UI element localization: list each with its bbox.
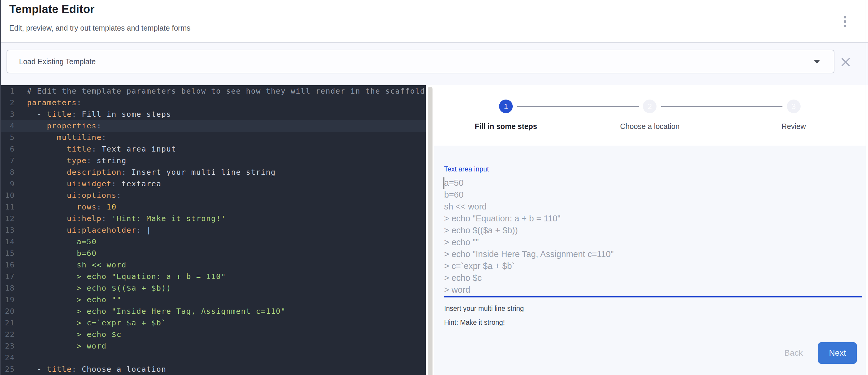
code-line[interactable]: 24 (1, 352, 426, 364)
page-title: Template Editor (9, 3, 94, 16)
code-line[interactable]: 14 a=50 (1, 236, 426, 248)
step-circle-2: 2 (643, 99, 656, 113)
code-line[interactable]: 10 ui:options: (1, 190, 426, 201)
line-number: 20 (1, 306, 18, 317)
code-line-text: type: string (18, 155, 127, 166)
step-connector (661, 106, 782, 107)
step-choose-a-location[interactable]: 2 Choose a location (578, 96, 721, 131)
line-number: 8 (1, 166, 18, 178)
code-line-text: > echo $(($a + $b)) (18, 282, 172, 294)
close-icon[interactable] (841, 57, 851, 67)
step-label-3: Review (781, 122, 806, 131)
stepper: 1 Fill in some steps 2 Choose a location… (434, 96, 866, 131)
code-line[interactable]: 4 properties: (1, 120, 426, 132)
code-line[interactable]: 23 > word (1, 340, 426, 352)
code-line[interactable]: 19 > echo "" (1, 294, 426, 306)
line-number: 11 (1, 201, 18, 213)
code-line[interactable]: 11 rows: 10 (1, 201, 426, 213)
code-line[interactable]: 18 > echo $(($a + $b)) (1, 282, 426, 294)
code-line-text: > echo "Equation: a + b = 110" (18, 271, 226, 282)
code-line[interactable]: 22 > echo $c (1, 329, 426, 340)
field-label: Text area input (444, 165, 862, 173)
code-line[interactable]: 20 > echo "Inside Here Tag, Assignment c… (1, 306, 426, 317)
template-editor-page: Template Editor Edit, preview, and try o… (0, 0, 868, 375)
code-line[interactable]: 21 > c=`expr $a + $b` (1, 317, 426, 329)
code-line-text: > echo "Inside Here Tag, Assignment c=11… (18, 306, 286, 317)
code-line-text: a=50 (18, 236, 97, 248)
code-line-text: title: Text area input (18, 143, 177, 155)
code-line-text: ui:options: (18, 190, 122, 201)
code-line-text: properties: (18, 120, 102, 132)
code-line-text: b=60 (18, 248, 97, 259)
code-line-text: > c=`expr $a + $b` (18, 317, 166, 329)
code-line[interactable]: 16 sh << word (1, 259, 426, 271)
load-template-select-value: Load Existing Template (19, 57, 814, 66)
step-circle-3: 3 (787, 99, 801, 113)
step-review[interactable]: 3 Review (722, 96, 866, 131)
back-button[interactable]: Back (776, 343, 811, 363)
header: Template Editor Edit, preview, and try o… (1, 0, 868, 43)
code-line[interactable]: 9 ui:widget: textarea (1, 178, 426, 190)
step-connector (517, 106, 639, 107)
field-description: Insert your multi line string (444, 305, 862, 313)
code-line-text: - title: Fill in some steps (18, 108, 172, 120)
line-number: 12 (1, 213, 18, 224)
code-line-text: > word (18, 340, 106, 352)
line-number: 6 (1, 143, 18, 155)
line-number: 24 (1, 352, 18, 364)
line-number: 22 (1, 329, 18, 340)
field-help-text: Hint: Make it strong! (444, 318, 862, 326)
step-circle-1: 1 (499, 99, 513, 113)
code-line-text: ui:placeholder: | (18, 224, 152, 236)
code-line[interactable]: 17 > echo "Equation: a + b = 110" (1, 271, 426, 282)
line-number: 9 (1, 178, 18, 190)
code-line-text: > echo $c (18, 329, 122, 340)
line-number: 2 (1, 97, 18, 108)
caret-down-icon (814, 60, 820, 64)
line-number: 3 (1, 108, 18, 120)
code-line[interactable]: 12 ui:help: 'Hint: Make it strong!' (1, 213, 426, 224)
code-line[interactable]: 25 - title: Choose a location (1, 364, 426, 375)
kebab-menu-icon[interactable] (839, 14, 851, 29)
step-label-2: Choose a location (620, 122, 679, 131)
code-line-text: - title: Choose a location (18, 364, 166, 375)
code-line-text: multiline: (18, 132, 106, 143)
step-label-1: Fill in some steps (475, 122, 537, 131)
scrollbar-thumb[interactable] (428, 87, 433, 375)
line-number: 23 (1, 340, 18, 352)
line-number: 10 (1, 190, 18, 201)
code-line[interactable]: 8 description: Insert your multi line st… (1, 166, 426, 178)
line-number: 25 (1, 364, 18, 375)
form-card: Text area input Insert your multi line s… (434, 146, 866, 375)
template-preview-panel: 1 Fill in some steps 2 Choose a location… (434, 85, 868, 375)
multiline-textarea[interactable] (444, 177, 862, 296)
code-line-text: sh << word (18, 259, 127, 271)
code-line[interactable]: 2parameters: (1, 97, 426, 108)
code-line-text (18, 352, 27, 364)
line-number: 19 (1, 294, 18, 306)
yaml-code-editor[interactable]: 1# Edit the template parameters below to… (1, 85, 426, 375)
line-number: 14 (1, 236, 18, 248)
code-line-text: ui:help: 'Hint: Make it strong!' (18, 213, 226, 224)
textarea-wrap (444, 177, 862, 298)
code-line-text: ui:widget: textarea (18, 178, 161, 190)
next-button[interactable]: Next (818, 342, 857, 364)
code-line[interactable]: 5 multiline: (1, 132, 426, 143)
page-right-border (866, 0, 866, 375)
line-number: 1 (1, 85, 18, 97)
code-line[interactable]: 1# Edit the template parameters below to… (1, 85, 426, 97)
load-template-select[interactable]: Load Existing Template (6, 50, 834, 73)
line-number: 13 (1, 224, 18, 236)
main-content: 1# Edit the template parameters below to… (1, 85, 868, 375)
step-fill-in-some-steps[interactable]: 1 Fill in some steps (434, 96, 578, 131)
text-cursor (443, 178, 444, 189)
line-number: 7 (1, 155, 18, 166)
code-line[interactable]: 15 b=60 (1, 248, 426, 259)
code-line-text: > echo "" (18, 294, 122, 306)
code-line[interactable]: 6 title: Text area input (1, 143, 426, 155)
code-line[interactable]: 7 type: string (1, 155, 426, 166)
wizard-actions: Back Next (776, 342, 857, 364)
code-lines: 1# Edit the template parameters below to… (1, 85, 426, 375)
code-line[interactable]: 13 ui:placeholder: | (1, 224, 426, 236)
code-line[interactable]: 3 - title: Fill in some steps (1, 108, 426, 120)
